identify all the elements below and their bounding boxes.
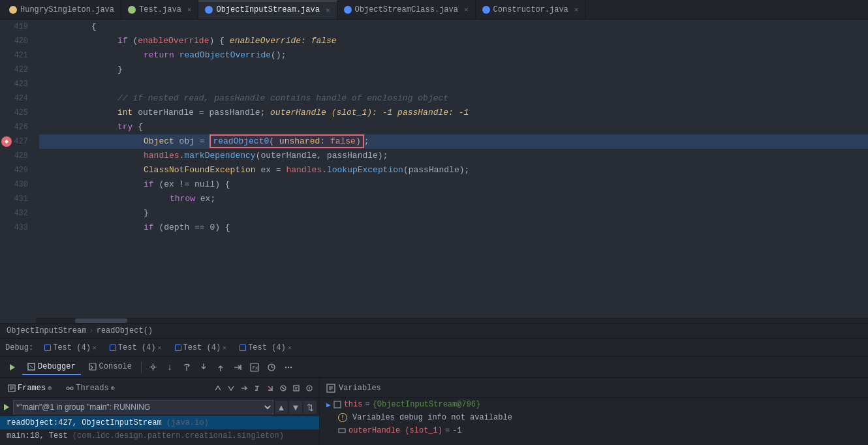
- tab-objectinputstream[interactable]: ObjectInputStream.java ✕: [198, 1, 337, 19]
- tab-objectstreamclass[interactable]: ObjectStreamClass.java ✕: [337, 1, 476, 19]
- frames-btn-7[interactable]: [290, 382, 302, 394]
- line-num-425: 425: [0, 106, 36, 120]
- variables-list: ▶ this = {ObjectInputStream@796} ! Varia…: [320, 398, 868, 445]
- debug-session-4[interactable]: Test (4) ✕: [234, 341, 298, 354]
- session-close-1[interactable]: ✕: [93, 344, 97, 352]
- var-item-warning: ! Variables debug info not available: [320, 411, 868, 424]
- svg-rect-41: [334, 401, 341, 408]
- thread-prev-btn[interactable]: ▲: [275, 401, 288, 414]
- var-name-this: this: [344, 400, 363, 409]
- frames-btn-1[interactable]: [212, 382, 224, 394]
- var-warning-text: Variables debug info not available: [352, 413, 512, 422]
- tab-frames[interactable]: Frames ⊕: [4, 382, 55, 394]
- frames-btn-8[interactable]: [303, 382, 315, 394]
- scroll-to-end-btn[interactable]: ↓: [163, 360, 177, 375]
- threads-icon: [66, 384, 74, 392]
- variables-title: Variables: [339, 384, 381, 393]
- code-line-431: throw ex;: [39, 192, 868, 206]
- debug-session-2[interactable]: Test (4) ✕: [104, 341, 168, 354]
- tab-debugger[interactable]: Debugger: [22, 360, 81, 375]
- resume-button[interactable]: [5, 360, 20, 375]
- console-icon: [89, 363, 97, 371]
- var-item-this: ▶ this = {ObjectInputStream@796}: [320, 398, 868, 411]
- step-out-icon: [216, 363, 225, 372]
- code-content: { if (enableOverride) {enableOverride: f…: [36, 20, 868, 323]
- tab-close-test[interactable]: ✕: [187, 5, 192, 14]
- threads-settings[interactable]: ⊕: [111, 384, 115, 392]
- code-line-432: }: [39, 206, 868, 221]
- debug-session-1[interactable]: Test (4) ✕: [39, 341, 102, 354]
- tab-icon-ois: [205, 6, 213, 14]
- session-close-4[interactable]: ✕: [288, 344, 292, 352]
- thread-dropdown[interactable]: *"main"@1 in group "main": RUNNING: [13, 400, 273, 414]
- frames-btn-4[interactable]: [251, 382, 263, 394]
- svg-point-21: [290, 366, 292, 367]
- code-line-433: if (depth == 0) {: [39, 221, 868, 235]
- debug-session-3[interactable]: Test (4) ✕: [169, 341, 233, 354]
- tab-hungrysingleton[interactable]: HungrySingleton.java: [3, 1, 121, 19]
- line-num-421: 421: [0, 48, 36, 63]
- step-out-btn[interactable]: [213, 360, 228, 375]
- expand-this-btn[interactable]: ▶: [326, 401, 331, 409]
- tab-close-osc[interactable]: ✕: [464, 5, 469, 14]
- svg-point-4: [151, 366, 154, 369]
- tab-icon-hungry: [9, 6, 17, 14]
- scrollbar-thumb[interactable]: [75, 318, 127, 323]
- tab-constructor[interactable]: Constructor.java ✕: [476, 1, 586, 19]
- step-over-btn[interactable]: [179, 360, 194, 375]
- svg-marker-0: [10, 364, 15, 371]
- svg-point-19: [285, 366, 287, 367]
- tab-console[interactable]: Console: [84, 360, 137, 375]
- tab-label-hungry: HungrySingleton.java: [20, 5, 114, 14]
- eval-expr-btn[interactable]: fx: [247, 360, 262, 375]
- frame-item-0[interactable]: readObject:427, ObjectInputStream (java.…: [0, 416, 319, 429]
- debug-toolbar: Debugger Console ↓ fx: [0, 357, 868, 378]
- thread-next-btn[interactable]: ▼: [289, 401, 302, 414]
- tab-threads[interactable]: Threads ⊕: [62, 382, 118, 394]
- thread-filter-btn[interactable]: ⇅: [303, 401, 317, 414]
- session-close-2[interactable]: ✕: [157, 344, 161, 352]
- code-line-429: ClassNotFoundException ex = handles.look…: [39, 163, 868, 177]
- variables-icon: [326, 384, 335, 393]
- step-into-btn[interactable]: [196, 360, 211, 375]
- variables-header: Variables: [320, 378, 868, 398]
- var-name-outerhandle: outerHandle (slot_1): [349, 426, 442, 435]
- session-icon-2: [110, 345, 116, 351]
- frames-btn-6[interactable]: [277, 382, 289, 394]
- session-icon-3: [175, 345, 181, 351]
- tab-close-ois[interactable]: ✕: [326, 6, 330, 14]
- frames-btn-2[interactable]: [225, 382, 237, 394]
- frames-btn-5[interactable]: [264, 382, 276, 394]
- highlight-box: readObject0( unshared: false): [209, 134, 364, 148]
- run-to-cursor-btn[interactable]: [230, 360, 245, 375]
- line-num-423: 423: [0, 77, 36, 91]
- step-into-icon: [199, 363, 208, 372]
- evaluate-icon: fx: [250, 363, 259, 372]
- code-line-425: int outerHandle = passHandle; outerHandl…: [39, 106, 868, 120]
- toolbar-sep-1: [141, 361, 142, 373]
- settings-btn[interactable]: [146, 360, 160, 375]
- tab-test[interactable]: Test.java ✕: [121, 1, 198, 19]
- tab-close-constructor[interactable]: ✕: [574, 5, 579, 14]
- tab-label-osc: ObjectStreamClass.java: [355, 5, 458, 14]
- frames-btn-3[interactable]: [238, 382, 250, 394]
- debugger-tab-label: Debugger: [38, 362, 76, 371]
- session-icon-1: [44, 345, 51, 351]
- svg-rect-31: [294, 386, 299, 391]
- breadcrumb-bar: ObjectInputStream › readObject(): [0, 323, 868, 339]
- horizontal-scrollbar[interactable]: [36, 318, 868, 323]
- trace-btn[interactable]: [264, 360, 279, 375]
- var-item-outerhandle: outerHandle (slot_1) = -1: [320, 424, 868, 437]
- code-line-419: {: [39, 20, 868, 34]
- svg-point-27: [70, 387, 73, 390]
- more-btn[interactable]: [281, 360, 296, 375]
- line-num-419: 419: [0, 20, 36, 34]
- session-close-3[interactable]: ✕: [223, 344, 226, 352]
- session-label-4: Test (4): [248, 343, 286, 352]
- line-num-426: 426: [0, 120, 36, 134]
- frames-tab-label: Frames: [18, 384, 46, 393]
- frame-item-1[interactable]: main:18, Test (com.ldc.design.pattern.cr…: [0, 429, 319, 442]
- frames-settings[interactable]: ⊕: [48, 384, 52, 392]
- code-line-422: }: [39, 63, 868, 77]
- panel-toolbar-left: Frames ⊕ Threads ⊕: [0, 378, 319, 398]
